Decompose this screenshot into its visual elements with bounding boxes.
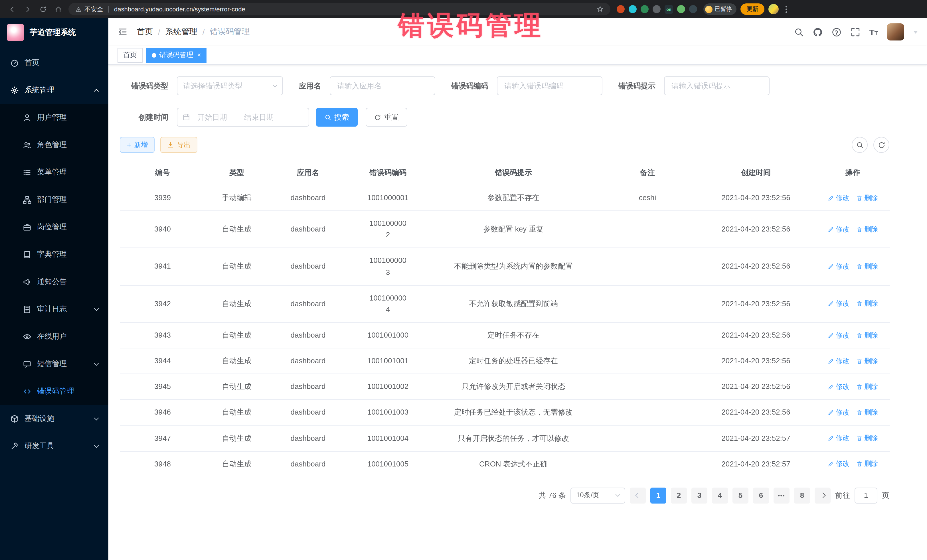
error-type-select[interactable]: 请选择错误码类型: [177, 76, 283, 95]
page-button-5[interactable]: 5: [732, 487, 748, 504]
next-page-button[interactable]: [815, 487, 831, 504]
url-text: dashboard.yudao.iocoder.cn/system/error-…: [114, 6, 245, 12]
sidebar-menu: 首页 系统管理 用户管理 角色管理 菜单管理 部门管理 岗位管理 字典管理 通知…: [0, 47, 108, 460]
sidebar-item-system[interactable]: 系统管理: [0, 76, 108, 104]
delete-link[interactable]: 删除: [856, 225, 878, 234]
eye-icon: [23, 332, 31, 341]
sidebar-item-sms[interactable]: 短信管理: [0, 350, 108, 378]
tool-icon: [10, 442, 19, 450]
sidebar-item-devtools[interactable]: 研发工具: [0, 432, 108, 460]
edit-link[interactable]: 修改: [828, 433, 849, 443]
update-button[interactable]: 更新: [740, 3, 764, 15]
extension-icon[interactable]: [617, 5, 625, 13]
extension-icon[interactable]: on: [664, 5, 673, 14]
help-icon: [831, 27, 841, 37]
edit-link[interactable]: 修改: [828, 459, 849, 469]
app-logo[interactable]: 芋道管理系统: [0, 18, 108, 47]
sidebar-item-roles[interactable]: 角色管理: [0, 131, 108, 159]
font-size-button[interactable]: TT: [869, 27, 878, 37]
edit-link[interactable]: 修改: [828, 356, 849, 366]
sidebar-item-users[interactable]: 用户管理: [0, 104, 108, 131]
delete-link[interactable]: 删除: [856, 433, 878, 443]
sidebar-collapse-button[interactable]: [117, 27, 128, 37]
github-link[interactable]: [813, 27, 822, 37]
extension-icon[interactable]: [641, 5, 649, 13]
extension-icon[interactable]: [689, 5, 697, 13]
delete-link[interactable]: 删除: [856, 356, 878, 366]
sidebar-item-error-codes[interactable]: 错误码管理: [0, 378, 108, 405]
error-hint-input[interactable]: [664, 76, 769, 95]
address-bar[interactable]: 不安全 dashboard.yudao.iocoder.cn/system/er…: [68, 3, 610, 15]
edit-link[interactable]: 修改: [828, 382, 849, 392]
delete-link[interactable]: 删除: [856, 408, 878, 417]
add-button[interactable]: + 新增: [120, 137, 155, 153]
toggle-search-button[interactable]: [852, 137, 868, 153]
tab-home[interactable]: 首页: [117, 48, 143, 62]
edit-link[interactable]: 修改: [828, 225, 849, 234]
start-date-input[interactable]: [192, 113, 232, 121]
header-search-button[interactable]: [794, 27, 804, 37]
edit-link[interactable]: 修改: [828, 262, 849, 272]
reload-button[interactable]: [36, 3, 49, 15]
delete-link[interactable]: 删除: [856, 262, 878, 272]
delete-link[interactable]: 删除: [856, 331, 878, 340]
delete-icon: [856, 195, 863, 201]
sidebar-item-menus[interactable]: 菜单管理: [0, 159, 108, 186]
tab-error-codes[interactable]: 错误码管理 ×: [146, 48, 207, 62]
sidebar-item-audit-logs[interactable]: 审计日志: [0, 295, 108, 323]
table-row: 3943自动生成dashboard1001001000定时任务不存在2021-0…: [120, 323, 890, 348]
page-button-2[interactable]: 2: [671, 487, 687, 504]
app-name-input[interactable]: [330, 76, 435, 95]
caret-down-icon[interactable]: [913, 30, 918, 33]
sidebar-item-posts[interactable]: 岗位管理: [0, 213, 108, 241]
error-code-input[interactable]: [497, 76, 602, 95]
create-time-range[interactable]: -: [177, 108, 309, 127]
search-button[interactable]: 搜索: [316, 108, 358, 127]
paused-badge[interactable]: 已暂停: [704, 3, 737, 15]
home-button[interactable]: [52, 3, 64, 15]
delete-link[interactable]: 删除: [856, 382, 878, 392]
sidebar-item-infrastructure[interactable]: 基础设施: [0, 405, 108, 432]
end-date-input[interactable]: [239, 113, 279, 121]
goto-page-input[interactable]: [854, 487, 877, 504]
sidebar-item-departments[interactable]: 部门管理: [0, 186, 108, 213]
extension-icon[interactable]: [677, 5, 685, 13]
forward-button[interactable]: [21, 3, 33, 15]
fullscreen-button[interactable]: [850, 27, 860, 37]
help-button[interactable]: [831, 27, 841, 37]
user-avatar[interactable]: [887, 23, 904, 41]
table-row: 3948自动生成dashboard1001001005CRON 表达式不正确20…: [120, 451, 890, 477]
page-button-8[interactable]: 8: [794, 487, 810, 504]
close-icon[interactable]: ×: [198, 52, 201, 58]
sidebar-item-notices[interactable]: 通知公告: [0, 268, 108, 295]
delete-link[interactable]: 删除: [856, 299, 878, 309]
delete-link[interactable]: 删除: [856, 193, 878, 203]
more-pages-button[interactable]: •••: [774, 487, 790, 504]
edit-link[interactable]: 修改: [828, 299, 849, 309]
page-button-3[interactable]: 3: [691, 487, 707, 504]
browser-profile-avatar[interactable]: [768, 4, 779, 14]
sidebar-item-online-users[interactable]: 在线用户: [0, 323, 108, 350]
prev-page-button[interactable]: [630, 487, 646, 504]
security-indicator[interactable]: 不安全: [75, 5, 103, 14]
bookmark-star-icon[interactable]: [597, 6, 603, 12]
sidebar-item-home[interactable]: 首页: [0, 49, 108, 76]
delete-link[interactable]: 删除: [856, 459, 878, 469]
refresh-table-button[interactable]: [873, 137, 889, 153]
edit-link[interactable]: 修改: [828, 193, 849, 203]
back-button[interactable]: [6, 3, 18, 15]
export-button[interactable]: 导出: [160, 137, 198, 153]
browser-menu-icon[interactable]: [783, 5, 790, 13]
breadcrumb-system[interactable]: 系统管理: [166, 27, 198, 37]
extension-icon[interactable]: [629, 5, 637, 13]
breadcrumb-home[interactable]: 首页: [137, 27, 153, 37]
edit-link[interactable]: 修改: [828, 331, 849, 340]
extension-icon[interactable]: [653, 5, 661, 13]
page-size-select[interactable]: 10条/页: [570, 487, 625, 504]
reset-button[interactable]: 重置: [366, 108, 407, 127]
sidebar-item-dictionary[interactable]: 字典管理: [0, 241, 108, 268]
page-button-4[interactable]: 4: [712, 487, 728, 504]
page-button-6[interactable]: 6: [753, 487, 769, 504]
edit-link[interactable]: 修改: [828, 408, 849, 417]
page-button-1[interactable]: 1: [650, 487, 666, 504]
